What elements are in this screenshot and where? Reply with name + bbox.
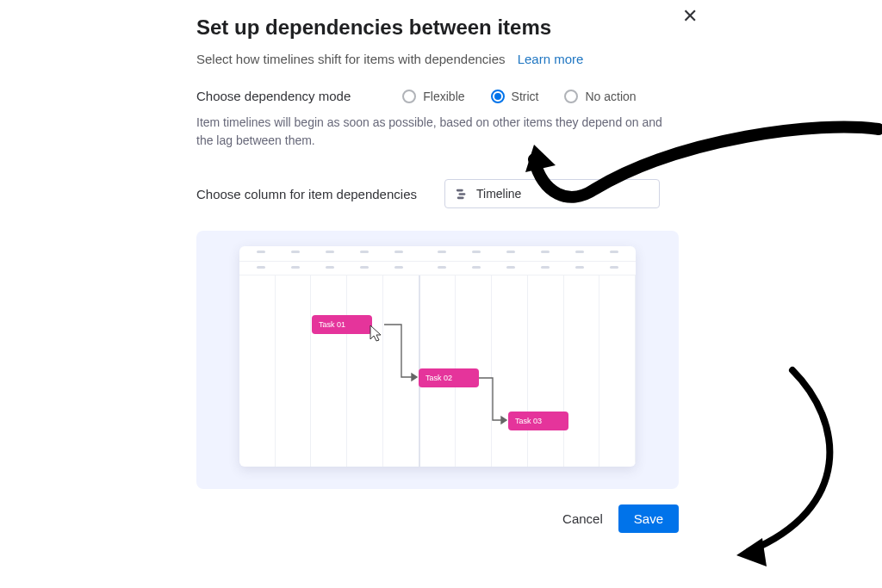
learn-more-link[interactable]: Learn more <box>518 52 584 66</box>
modal-title: Set up dependencies between items <box>196 15 696 40</box>
timeline-column-dropdown[interactable]: Timeline <box>444 179 660 208</box>
radio-circle-icon <box>564 90 578 103</box>
radio-label: Strict <box>512 90 539 103</box>
task-bar-2: Task 02 <box>419 368 479 387</box>
close-button[interactable]: ✕ <box>682 5 698 28</box>
radio-strict[interactable]: Strict <box>491 90 539 103</box>
column-row: Choose column for item dependencies Time… <box>196 179 696 208</box>
dependency-arrow-1 <box>372 315 424 384</box>
dependency-mode-radio-group: Flexible Strict No action <box>402 90 636 103</box>
column-label: Choose column for item dependencies <box>196 187 417 201</box>
dependencies-modal: ✕ Set up dependencies between items Sele… <box>196 15 696 533</box>
dropdown-value: Timeline <box>476 187 521 201</box>
task-bar-1: Task 01 <box>312 315 372 334</box>
radio-circle-selected-icon <box>491 90 505 103</box>
mode-row: Choose dependency mode Flexible Strict N… <box>196 89 696 103</box>
timeline-icon <box>456 188 468 200</box>
modal-subtitle: Select how timelines shift for items wit… <box>196 52 506 66</box>
save-button[interactable]: Save <box>618 504 679 533</box>
svg-rect-0 <box>457 189 463 192</box>
task-bar-3: Task 03 <box>508 412 568 430</box>
radio-label: Flexible <box>423 90 464 103</box>
modal-actions: Cancel Save <box>196 504 679 533</box>
mode-description: Item timelines will begin as soon as pos… <box>196 114 679 150</box>
modal-subtitle-row: Select how timelines shift for items wit… <box>196 52 696 66</box>
mode-label: Choose dependency mode <box>196 89 351 103</box>
gantt-preview: Task 01 Task 02 Task 03 <box>239 246 636 467</box>
cancel-button[interactable]: Cancel <box>562 511 603 526</box>
radio-no-action[interactable]: No action <box>564 90 636 103</box>
annotation-arrow-to-save <box>689 362 879 577</box>
svg-rect-2 <box>457 197 464 200</box>
radio-flexible[interactable]: Flexible <box>402 90 464 103</box>
preview-panel: Task 01 Task 02 Task 03 <box>196 231 679 489</box>
radio-label: No action <box>585 90 636 103</box>
svg-rect-1 <box>458 193 465 195</box>
radio-circle-icon <box>402 90 416 103</box>
gantt-header <box>239 246 636 275</box>
